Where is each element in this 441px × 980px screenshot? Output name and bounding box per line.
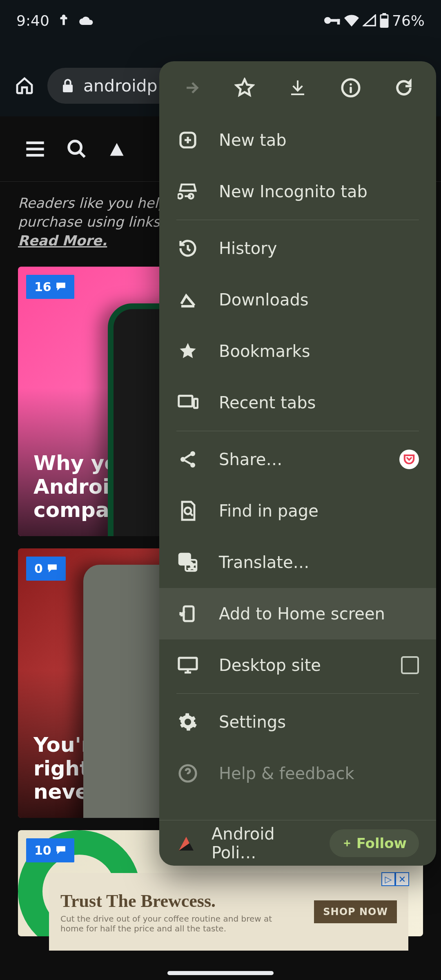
menu-item-label: Settings (219, 713, 286, 731)
menu-translate[interactable]: G文 Translate… (159, 537, 436, 588)
find-in-page-icon (176, 500, 199, 521)
menu-find-in-page[interactable]: Find in page (159, 485, 436, 537)
menu-recent-tabs[interactable]: Recent tabs (159, 377, 436, 428)
svg-rect-10 (179, 396, 192, 406)
read-more-link[interactable]: Read More. (18, 232, 107, 249)
svg-rect-11 (194, 399, 198, 408)
svg-text:G: G (182, 555, 188, 564)
menu-add-to-home[interactable]: Add to Home screen (159, 588, 436, 639)
menu-item-label: New tab (219, 131, 287, 149)
svg-text:文: 文 (189, 562, 196, 570)
menu-new-tab[interactable]: New tab (159, 114, 436, 166)
menu-item-label: Translate… (219, 553, 310, 572)
svg-rect-4 (382, 13, 386, 15)
search-icon[interactable] (66, 138, 87, 160)
svg-point-14 (190, 463, 195, 468)
share-icon (176, 450, 199, 469)
svg-point-13 (180, 457, 185, 462)
ad-headline: Trust The Brewcess. (60, 891, 314, 911)
url-text: androidp (83, 76, 158, 96)
ad-subtitle: Cut the drive out of your coffee routine… (60, 914, 273, 933)
svg-rect-20 (184, 606, 194, 621)
adchoices-icon[interactable]: ▷ (381, 872, 395, 886)
svg-rect-21 (179, 658, 197, 669)
page-info-button[interactable] (332, 69, 370, 107)
menu-help-feedback[interactable]: Help & feedback (159, 748, 436, 799)
hamburger-icon[interactable] (24, 140, 46, 158)
status-time: 9:40 (16, 12, 49, 29)
downloads-icon (176, 290, 199, 310)
comment-badge: 0 (26, 557, 66, 581)
menu-separator (176, 693, 419, 694)
home-button[interactable] (10, 71, 39, 100)
translate-icon: G文 (176, 552, 199, 572)
menu-item-label: Share… (219, 450, 282, 469)
banner-ad[interactable]: Trust The Brewcess. Cut the drive out of… (49, 873, 408, 951)
ad-cta-button[interactable]: SHOP NOW (314, 900, 397, 923)
menu-site-name: Android Poli… (212, 824, 314, 862)
follow-button[interactable]: Follow (330, 829, 419, 857)
cloud-icon (78, 14, 94, 27)
menu-bookmarks[interactable]: Bookmarks (159, 325, 436, 377)
menu-icon-row (159, 61, 436, 114)
site-logo-icon (108, 140, 126, 158)
menu-separator (176, 431, 419, 431)
svg-rect-2 (337, 19, 340, 24)
svg-point-15 (185, 508, 191, 514)
wifi-icon (344, 14, 359, 27)
recent-tabs-icon (176, 394, 199, 411)
signal-icon (363, 14, 376, 27)
svg-point-0 (324, 17, 331, 24)
menu-item-label: Downloads (219, 290, 309, 309)
menu-separator (176, 220, 419, 220)
menu-item-label: New Incognito tab (219, 182, 368, 201)
download-button[interactable] (279, 69, 316, 107)
status-bar: 9:40 76% (0, 0, 441, 41)
menu-settings[interactable]: Settings (159, 696, 436, 748)
svg-point-7 (69, 141, 81, 153)
reload-button[interactable] (385, 69, 423, 107)
site-favicon (176, 833, 196, 853)
battery-pct: 76% (392, 12, 425, 29)
menu-follow-footer: Android Poli… Follow (159, 820, 436, 866)
desktop-site-checkbox[interactable] (401, 656, 419, 674)
menu-downloads[interactable]: Downloads (159, 274, 436, 325)
bookmarks-star-icon (176, 341, 199, 361)
forward-button (173, 69, 210, 107)
vpn-key-icon (324, 16, 341, 25)
ad-close-icon[interactable]: ✕ (395, 872, 409, 886)
menu-item-label: Help & feedback (219, 764, 354, 783)
menu-item-label: History (219, 239, 277, 258)
history-icon (176, 238, 199, 258)
menu-history[interactable]: History (159, 223, 436, 274)
lock-icon (61, 78, 74, 94)
new-tab-icon (176, 130, 199, 150)
svg-rect-5 (381, 16, 387, 19)
bookmark-star-button[interactable] (226, 69, 263, 107)
add-home-icon (176, 604, 199, 624)
menu-item-label: Bookmarks (219, 342, 310, 361)
menu-item-label: Recent tabs (219, 393, 316, 412)
help-icon (176, 764, 199, 783)
battery-icon (380, 13, 389, 28)
desktop-icon (176, 656, 199, 675)
menu-item-label: Add to Home screen (219, 604, 385, 623)
menu-item-label: Find in page (219, 501, 318, 520)
menu-incognito[interactable]: New Incognito tab (159, 166, 436, 217)
menu-share[interactable]: Share… (159, 434, 436, 485)
chrome-overflow-menu: New tab New Incognito tab History Downlo… (159, 61, 436, 866)
gesture-bar (167, 971, 274, 975)
gear-icon (176, 712, 199, 732)
svg-rect-6 (63, 85, 73, 92)
incognito-icon (176, 182, 199, 201)
comment-badge: 16 (26, 275, 74, 299)
follow-label: Follow (356, 835, 407, 851)
pocket-icon[interactable] (399, 450, 419, 469)
menu-desktop-site[interactable]: Desktop site (159, 639, 436, 691)
saver-icon (57, 13, 71, 27)
menu-item-label: Desktop site (219, 656, 321, 675)
comment-badge: 10 (26, 838, 74, 862)
